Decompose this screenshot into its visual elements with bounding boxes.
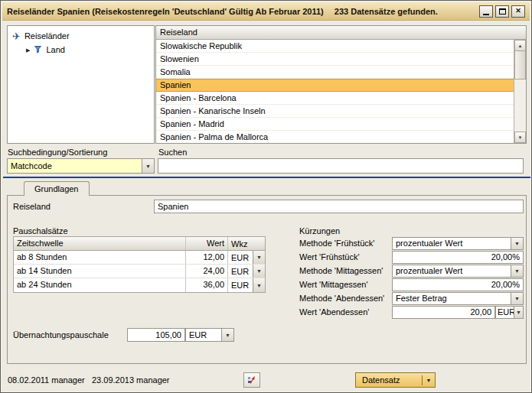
methode-abendessen-label: Methode 'Abendessen'	[299, 294, 392, 303]
window-controls: ✕	[479, 5, 525, 18]
expand-arrow-icon[interactable]: ▶	[26, 47, 30, 53]
column-header-wert: Wert	[186, 237, 228, 250]
matchcode-dropdown[interactable]: Matchcode ▼	[7, 158, 155, 174]
reiseland-label: Reiseland	[13, 202, 51, 211]
uebernachtung-currency-dropdown[interactable]: EUR ▼	[185, 328, 234, 342]
kuerzungen-row: Methode 'Abendessen' Fester Betrag▼	[299, 291, 524, 305]
column-header-zeitschwelle: Zeitschwelle	[14, 237, 186, 250]
airplane-icon: ✈	[12, 31, 21, 41]
table-header-row: Zeitschwelle Wert Wkz	[14, 237, 265, 251]
maximize-icon	[499, 8, 506, 15]
datensatz-dropdown-button[interactable]: Datensatz ▼	[355, 372, 436, 388]
tree-item-reiselaender[interactable]: ✈ Reiseländer	[8, 29, 154, 43]
zeitschwelle-cell[interactable]: ab 14 Stunden	[14, 265, 186, 278]
zeitschwelle-cell[interactable]: ab 8 Stunden	[14, 251, 186, 264]
dropdown-arrow-icon: ▼	[253, 251, 265, 264]
uebernachtungspauschale-input[interactable]	[127, 328, 185, 342]
wert-abendessen-input[interactable]	[392, 306, 495, 319]
scroll-up-icon: ▲	[518, 44, 523, 48]
maximize-button[interactable]	[495, 5, 509, 18]
methode-fruehstueck-label: Methode 'Frühstück'	[299, 239, 392, 248]
link-arrow-button[interactable]	[243, 372, 260, 388]
suchbedingung-label: Suchbedingung/Sortierung	[8, 148, 107, 157]
list-item[interactable]: Slowenien	[156, 53, 514, 66]
methode-mittagessen-dropdown[interactable]: prozentualer Wert▼	[392, 265, 524, 278]
wert-mittagessen-input[interactable]	[392, 278, 524, 291]
methode-abendessen-dropdown[interactable]: Fester Betrag▼	[392, 292, 524, 305]
dropdown-arrow-icon: ▼	[423, 378, 435, 383]
app-window: Reiseländer Spanien (Reisekostenregeln '…	[0, 0, 532, 393]
scroll-down-button[interactable]: ▼	[514, 132, 526, 143]
created-status: 08.02.2011 manager	[8, 375, 85, 385]
table-row[interactable]: ab 14 Stunden 24,00 EUR▼	[14, 265, 265, 278]
list-scrollbar[interactable]: ▲ ▼	[514, 40, 526, 143]
list-item[interactable]: Spanien - Barcelona	[156, 92, 514, 105]
list-item[interactable]: Spanien - Palma de Mallorca	[156, 131, 514, 144]
table-row[interactable]: ab 24 Stunden 36,00 EUR▼	[14, 278, 265, 292]
minimize-button[interactable]	[479, 5, 493, 18]
list-item[interactable]: Slowakische Republik	[156, 40, 514, 53]
dropdown-arrow-icon: ▼	[253, 278, 265, 292]
kuerzungen-row: Wert 'Abendessen' EUR▼	[299, 305, 524, 319]
kuerzungen-block: Methode 'Frühstück' prozentualer Wert▼ W…	[299, 236, 524, 319]
wert-fruehstueck-input[interactable]	[392, 251, 524, 264]
wert-cell[interactable]: 12,00	[186, 251, 228, 264]
methode-fruehstueck-dropdown[interactable]: prozentualer Wert▼	[392, 237, 524, 250]
kuerzungen-row: Wert 'Frühstück'	[299, 250, 524, 264]
kuerzungen-row: Wert 'Mittagessen'	[299, 278, 524, 291]
wkz-dropdown[interactable]: EUR▼	[228, 251, 265, 264]
dropdown-arrow-icon: ▼	[511, 265, 523, 277]
filter-icon	[34, 45, 42, 55]
scroll-thumb[interactable]	[514, 50, 526, 80]
title-bar[interactable]: Reiseländer Spanien (Reisekostenregeln '…	[2, 2, 530, 21]
dropdown-arrow-icon: ▼	[511, 238, 523, 249]
wkz-dropdown[interactable]: EUR▼	[228, 265, 265, 278]
kuerzungen-label: Kürzungen	[299, 226, 340, 235]
wert-mittagessen-label: Wert 'Mittagessen'	[299, 280, 392, 289]
reiseland-input[interactable]	[154, 200, 524, 213]
list-item-selected[interactable]: Spanien	[156, 79, 514, 92]
list-body: Slowakische Republik Slowenien Somalia S…	[156, 40, 514, 144]
list-item[interactable]: Spanien - Madrid	[156, 118, 514, 131]
link-arrow-icon	[246, 374, 257, 386]
country-list: Reiseland Slowakische Republik Slowenien…	[155, 25, 527, 144]
scroll-down-icon: ▼	[518, 135, 523, 140]
list-item[interactable]: Spanien - Kanarische Inseln	[156, 105, 514, 118]
uebernachtungspauschale-label: Übernachtungspauschale	[13, 330, 109, 339]
window-title-count: 233 Datensätze gefunden.	[335, 7, 438, 16]
wert-cell[interactable]: 36,00	[186, 278, 228, 292]
wkz-dropdown[interactable]: EUR▼	[228, 278, 265, 292]
abendessen-currency-dropdown[interactable]: EUR▼	[495, 306, 524, 319]
suchen-label: Suchen	[158, 148, 187, 157]
list-column-header[interactable]: Reiseland	[156, 26, 526, 40]
dropdown-arrow-icon: ▼	[253, 265, 265, 278]
tree-item-label: Reiseländer	[24, 31, 70, 41]
list-item[interactable]: Somalia	[156, 66, 514, 79]
dropdown-arrow-icon: ▼	[514, 307, 523, 318]
dropdown-arrow-icon: ▼	[511, 293, 523, 304]
wert-cell[interactable]: 24,00	[186, 265, 228, 278]
wert-abendessen-label: Wert 'Abendessen'	[299, 307, 392, 317]
tree-item-land[interactable]: ▶ Land	[8, 43, 154, 57]
window-title: Reiseländer Spanien (Reisekostenregeln '…	[7, 7, 324, 16]
wert-fruehstueck-label: Wert 'Frühstück'	[299, 252, 392, 261]
pauschalsaetze-label: Pauschalsätze	[13, 226, 68, 235]
zeitschwelle-cell[interactable]: ab 24 Stunden	[14, 278, 186, 292]
minimize-icon	[483, 14, 489, 15]
table-row[interactable]: ab 8 Stunden 12,00 EUR▼	[14, 251, 265, 265]
close-button[interactable]: ✕	[511, 5, 525, 18]
tree-item-label: Land	[46, 45, 64, 54]
scroll-up-button[interactable]: ▲	[514, 40, 526, 51]
dropdown-arrow-icon: ▼	[142, 159, 154, 173]
separator-line	[3, 177, 530, 178]
close-icon: ✕	[515, 8, 521, 15]
tab-grundlagen[interactable]: Grundlagen	[24, 181, 90, 196]
kuerzungen-row: Methode 'Mittagessen' prozentualer Wert▼	[299, 264, 524, 278]
dropdown-arrow-icon: ▼	[221, 329, 233, 341]
updated-status: 23.09.2013 manager	[92, 375, 170, 385]
grundlagen-panel: Reiseland Pauschalsätze Zeitschwelle Wer…	[7, 195, 527, 364]
kuerzungen-row: Methode 'Frühstück' prozentualer Wert▼	[299, 236, 524, 250]
pauschalsaetze-table: Zeitschwelle Wert Wkz ab 8 Stunden 12,00…	[13, 236, 266, 293]
matchcode-value: Matchcode	[8, 161, 142, 171]
search-input[interactable]	[158, 158, 524, 174]
